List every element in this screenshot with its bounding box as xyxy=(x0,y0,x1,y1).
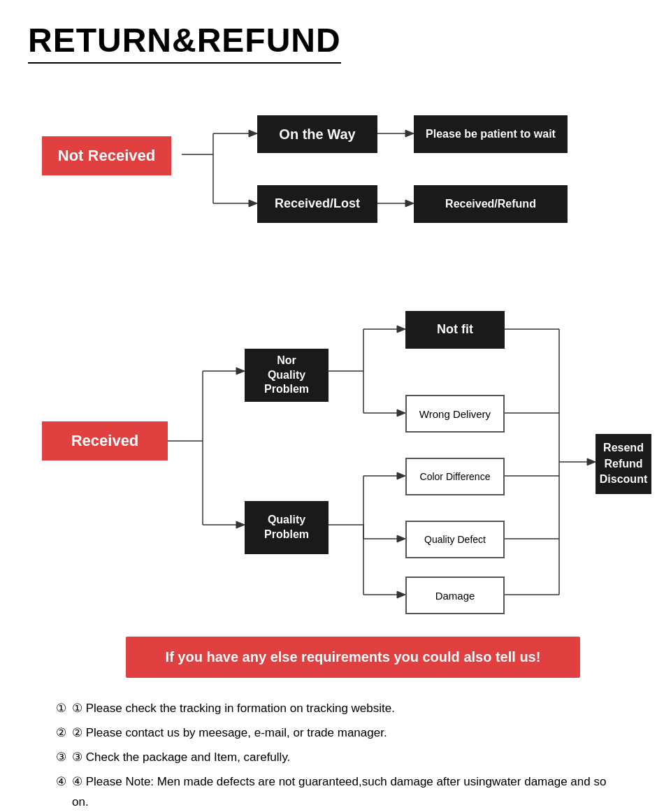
not-received-box: Not Received xyxy=(42,136,171,175)
svg-marker-34 xyxy=(397,591,405,598)
svg-marker-42 xyxy=(587,458,596,465)
bottom-flow-section: Received Nor Quality Problem Quality Pro… xyxy=(28,273,657,623)
svg-marker-24 xyxy=(397,409,405,416)
info-item-1: ① ① Please check the tracking in formati… xyxy=(56,699,608,719)
info-list: ① ① Please check the tracking in formati… xyxy=(28,699,636,812)
page-title: RETURN&REFUND xyxy=(28,21,341,64)
svg-marker-6 xyxy=(249,200,257,207)
color-difference-box: Color Difference xyxy=(405,458,505,495)
svg-marker-28 xyxy=(397,472,405,479)
svg-marker-14 xyxy=(236,368,245,375)
svg-marker-31 xyxy=(397,535,405,542)
top-flow-section: Not Received On the Way Received/Lost Pl… xyxy=(28,92,657,259)
svg-marker-8 xyxy=(405,130,414,137)
damage-box: Damage xyxy=(405,577,505,614)
notice-banner: If you have any else requirements you co… xyxy=(126,637,580,678)
svg-marker-3 xyxy=(249,130,257,137)
resend-refund-discount-box: Resend Refund Discount xyxy=(596,434,651,494)
please-wait-box: Please be patient to wait xyxy=(414,115,568,153)
wrong-delivery-box: Wrong Delivery xyxy=(405,395,505,433)
info-item-2: ② ② Please contact us by meesage, e-mail… xyxy=(56,723,608,744)
not-fit-box: Not fit xyxy=(405,311,505,349)
svg-marker-17 xyxy=(236,521,245,528)
received-lost-box: Received/Lost xyxy=(257,185,377,223)
info-item-4: ④ ④ Please Note: Men made defects are no… xyxy=(56,772,608,812)
svg-marker-21 xyxy=(397,326,405,333)
received-refund-box: Received/Refund xyxy=(414,185,568,223)
svg-marker-10 xyxy=(405,200,414,207)
info-item-3: ③ ③ Check the package and Item, carefull… xyxy=(56,748,608,768)
on-the-way-box: On the Way xyxy=(257,115,377,153)
quality-defect-box: Quality Defect xyxy=(405,521,505,558)
quality-problem-box: Quality Problem xyxy=(245,501,329,554)
received-box: Received xyxy=(42,421,168,461)
nor-quality-problem-box: Nor Quality Problem xyxy=(245,349,329,402)
